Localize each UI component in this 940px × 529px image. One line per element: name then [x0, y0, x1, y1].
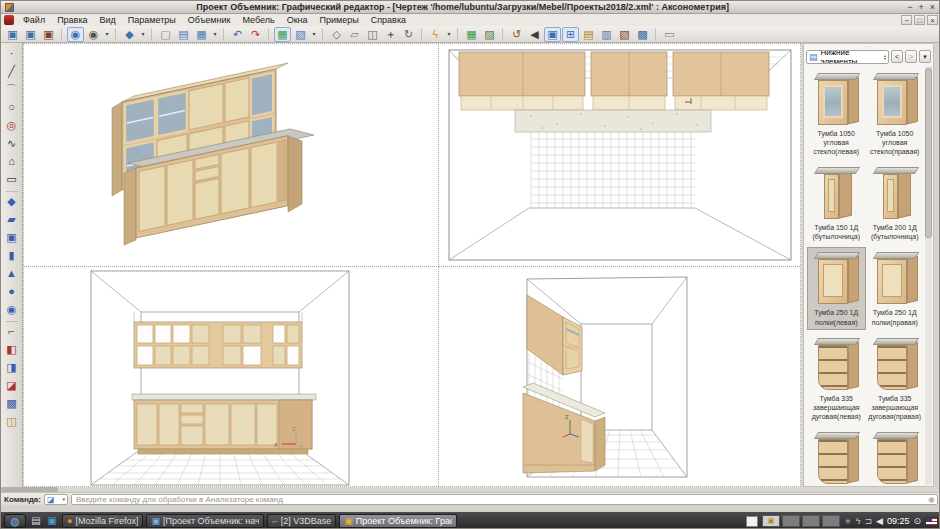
bool-union-icon[interactable]: ◧	[3, 341, 21, 358]
command-clear-icon[interactable]: ◉	[928, 495, 935, 504]
image-icon[interactable]: ▨	[481, 27, 498, 42]
app-menu-icon[interactable]	[4, 15, 14, 25]
solid-box-icon[interactable]: ▣	[3, 229, 21, 246]
quick-desktop-icon[interactable]: ▣	[45, 514, 59, 528]
task-proekt-start[interactable]: ▣ [Проект Объемник: начало...	[146, 514, 264, 528]
panel-prev-button[interactable]: <	[891, 50, 903, 63]
menu-view[interactable]: Вид	[94, 14, 122, 26]
workspace-4[interactable]	[822, 515, 840, 527]
solid-sweep-icon[interactable]: ▰	[3, 211, 21, 228]
draw-contour-icon[interactable]: ⌂	[3, 153, 21, 170]
move-icon[interactable]: ＋	[382, 27, 399, 42]
draw-line-icon[interactable]: ╱	[3, 63, 21, 80]
panel-item-tumba-250-1d-left[interactable]: Тумба 250 1Д полки(левая)	[807, 247, 866, 329]
refresh-icon[interactable]: ↺	[508, 27, 525, 42]
redo-icon[interactable]: ↷	[247, 27, 264, 42]
camera-view-icon[interactable]: ◉	[67, 27, 84, 42]
light-icon[interactable]: ▩	[634, 27, 651, 42]
viewport-front[interactable]: Z X Y	[24, 267, 439, 486]
camera-dropdown-icon[interactable]: ▾	[103, 27, 111, 42]
draw-axis-icon[interactable]: ◎	[3, 117, 21, 134]
material-map-icon[interactable]: ▤	[580, 27, 597, 42]
command-input[interactable]	[71, 494, 938, 505]
slice-icon[interactable]: ▩	[3, 395, 21, 412]
panel-item-tumba-250-1d-right[interactable]: Тумба 250 1Д полки(правая)	[866, 247, 925, 329]
panel-more-button[interactable]: ▾	[919, 50, 931, 63]
window-single-icon[interactable]: ▣	[40, 27, 57, 42]
panel-scrollbar[interactable]	[925, 66, 932, 485]
shell-icon[interactable]: ◫	[3, 413, 21, 430]
command-history-button[interactable]: ◪ ▾	[44, 494, 68, 505]
task-firefox[interactable]: ● [Mozilla Firefox]	[62, 514, 143, 528]
mirror-icon[interactable]: ◫	[364, 27, 381, 42]
grid-icon[interactable]: ▦	[274, 27, 291, 42]
panel-item-tumba-335-arc-left[interactable]: Тумба 335 завершающая дуговая(левая)	[807, 333, 866, 424]
workspace-1[interactable]: ▣	[762, 515, 780, 527]
window-cascade-icon[interactable]: ▣	[4, 27, 21, 42]
panel-item-tumba-200-1d[interactable]: Тумба 200 1Д (бутылочница)	[866, 162, 925, 244]
layers-dropdown-icon[interactable]: ▾	[310, 27, 318, 42]
menu-windows[interactable]: Окна	[281, 14, 314, 26]
camera-saved-icon[interactable]: ◉	[85, 27, 102, 42]
solid-extrude-icon[interactable]: ◆	[3, 193, 21, 210]
panel-toggle-icon[interactable]: ▭	[661, 27, 678, 42]
measure-icon[interactable]: ⌐	[3, 323, 21, 340]
mdi-minimize-button[interactable]: −	[901, 15, 912, 25]
clock[interactable]: 09:25	[887, 516, 910, 526]
draw-arc-icon[interactable]: ⌒	[3, 81, 21, 98]
viewport-top[interactable]	[439, 44, 800, 267]
render-mode-icon[interactable]: ◆	[121, 27, 138, 42]
menu-help[interactable]: Справка	[365, 14, 412, 26]
mdi-close-button[interactable]: ×	[927, 15, 938, 25]
menu-edit[interactable]: Правка	[51, 14, 93, 26]
draw-point-icon[interactable]: ·	[3, 45, 21, 62]
draw-spline-icon[interactable]: ∿	[3, 135, 21, 152]
solid-cone-icon[interactable]: ▲	[3, 265, 21, 282]
viewport-axonometric[interactable]	[24, 44, 439, 267]
bluetooth-icon[interactable]: ∗	[844, 517, 852, 526]
solid-cylinder-icon[interactable]: ▮	[3, 247, 21, 264]
draw-circle-icon[interactable]: ○	[3, 99, 21, 116]
bool-intersect-icon[interactable]: ◪	[3, 377, 21, 394]
undo-icon[interactable]: ↶	[229, 27, 246, 42]
panel-next-button[interactable]: >	[905, 50, 917, 63]
category-select[interactable]: ▤ Нижние элементы ▴▾	[806, 50, 889, 64]
close-button[interactable]: ×	[930, 2, 935, 12]
window-tile-icon[interactable]: ▣	[22, 27, 39, 42]
add-element-icon[interactable]: ⊞	[562, 27, 579, 42]
draw-rect-icon[interactable]: ▭	[3, 171, 21, 188]
menu-obyomnik[interactable]: Объемник	[182, 14, 237, 26]
menu-file[interactable]: Файл	[17, 14, 51, 26]
stretch-icon[interactable]: ▱	[346, 27, 363, 42]
keyboard-layout-flag[interactable]	[925, 517, 938, 526]
task-v3dbase[interactable]: ⌐ [2] V3DBase	[267, 514, 336, 528]
save-dropdown-icon[interactable]: ▾	[211, 27, 219, 42]
announce-icon[interactable]: ◀	[526, 27, 543, 42]
start-button[interactable]: ◍	[4, 514, 26, 528]
task-proekt-editor[interactable]: ▣ Проект Объемник: Графич...	[339, 514, 457, 528]
open-file-icon[interactable]: ▤	[175, 27, 192, 42]
save-file-icon[interactable]: ▦	[193, 27, 210, 42]
solid-view-icon[interactable]: ▣	[544, 27, 561, 42]
bool-subtract-icon[interactable]: ◨	[3, 359, 21, 376]
panel-item-tumba-335-left[interactable]: Тумба 335 завершающая	[807, 427, 866, 485]
magic-tool-icon[interactable]: ϟ	[427, 27, 444, 42]
rotate-icon[interactable]: ↻	[400, 27, 417, 42]
magic-dropdown-icon[interactable]: ▾	[445, 27, 453, 42]
menu-furniture[interactable]: Мебель	[236, 14, 280, 26]
panel-item-tumba-1050-glass-left[interactable]: Тумба 1050 угловая стекло(левая)	[807, 68, 866, 159]
select-scale-icon[interactable]: ◇	[328, 27, 345, 42]
render-mode-dropdown-icon[interactable]: ▾	[139, 27, 147, 42]
power-icon[interactable]: ⊙	[913, 516, 921, 526]
quick-notes-icon[interactable]: ▤	[29, 514, 43, 528]
table-icon[interactable]: ▦	[463, 27, 480, 42]
solid-sphere-icon[interactable]: ●	[3, 283, 21, 300]
workspace-2[interactable]	[782, 515, 800, 527]
material-edit-icon[interactable]: ▥	[598, 27, 615, 42]
texture-icon[interactable]: ▧	[616, 27, 633, 42]
maximize-button[interactable]: +	[918, 2, 923, 12]
viewport-side[interactable]: Z	[439, 267, 800, 486]
panel-item-tumba-335-arc-right[interactable]: Тумба 335 завершающая дуговая(правая)	[866, 333, 925, 424]
minimize-button[interactable]: −	[907, 2, 912, 12]
updates-icon[interactable]: ϟ	[856, 517, 861, 526]
